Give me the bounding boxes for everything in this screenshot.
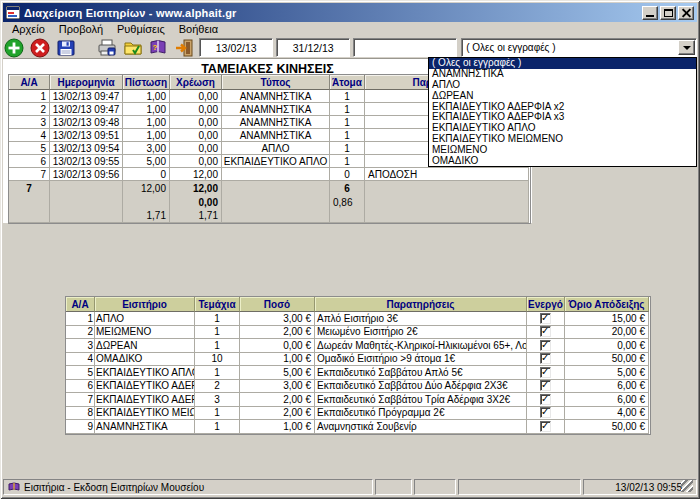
active-checkbox[interactable] [540, 380, 551, 391]
active-checkbox[interactable] [540, 407, 551, 418]
active-checkbox[interactable] [540, 313, 551, 324]
ticket-active-cell [527, 366, 565, 380]
ticket-qty-cell: 1 [195, 420, 240, 434]
grid-cell: 12,00 [170, 168, 222, 181]
ticket-active-cell [527, 353, 565, 367]
grid-cell: 7 [9, 168, 50, 181]
grid-cell: 13/02/13 09:48 [50, 116, 123, 129]
save-icon [56, 38, 76, 58]
ticket-price-cell: 3,00 € [240, 380, 315, 394]
ticket-notes-cell: Απλό Εισιτήριο 3€ [315, 312, 527, 326]
grid-cell: ΑΝΑΜΝΗΣΤΙΚΑ [222, 90, 330, 103]
help-button[interactable]: ? [148, 37, 170, 58]
summary-cell: 0,86 [330, 195, 365, 209]
table-row[interactable]: 5ΕΚΠΑΙΔΕΥΤΙΚΟ ΑΠΛΟ15,00 €Εκπαιδευτικό Σα… [66, 366, 650, 380]
menu-item-4[interactable]: Βοήθεια [172, 22, 225, 37]
summary-row: 712,0012,006 [9, 181, 530, 195]
grid-cell: 0 [330, 168, 365, 181]
close-button[interactable] [678, 6, 694, 20]
summary-cell [50, 195, 123, 209]
grid-cell: 3 [9, 116, 50, 129]
table-row[interactable]: 713/02/13 09:56012,000ΑΠΟΔΟΣΗ [9, 168, 530, 181]
table-row[interactable]: 1ΑΠΛΟ13,00 €Απλό Εισιτήριο 3€15,00 € [66, 312, 650, 326]
menu-item-1[interactable]: Αρχείο [5, 22, 52, 37]
column-header: Ενεργό [527, 297, 565, 312]
minimize-icon [646, 15, 654, 17]
grid-cell: ΕΚΠΑΙΔΕΥΤΙΚΟ ΑΠΛΟ [222, 155, 330, 168]
exit-icon [174, 38, 194, 58]
table-row[interactable]: 3ΔΩΡΕΑΝ10,00 €Δωρεάν Μαθητές-Κληρικοί-Ηλ… [66, 339, 650, 353]
grid-cell: 13/02/13 09:47 [50, 90, 123, 103]
table-row[interactable]: 4ΟΜΑΔΙΚΟ101,00 €Ομαδικό Εισιτήριο >9 άτο… [66, 353, 650, 367]
search-input[interactable] [353, 38, 457, 57]
active-checkbox[interactable] [540, 340, 551, 351]
ticket-notes-cell: Εκπαιδευτικό Σαββάτου Τρία Αδέρφια 3X2€ [315, 393, 527, 407]
menu-item-2[interactable]: Προβολή [52, 22, 110, 37]
date-from-input[interactable] [199, 38, 273, 57]
print-button[interactable] [96, 37, 118, 58]
dropdown-option[interactable]: ΟΜΑΔΙΚΟ [429, 156, 696, 167]
ticket-qty-cell: 1 [195, 366, 240, 380]
grid-cell: 3,00 [123, 142, 170, 155]
active-checkbox[interactable] [540, 353, 551, 364]
table-row[interactable]: 2ΜΕΙΩΜΕΝΟ12,00 €Μειωμένο Εισιτήριο 2€20,… [66, 326, 650, 340]
active-checkbox[interactable] [540, 394, 551, 405]
dropdown-option[interactable]: ΔΩΡΕΑΝ [429, 91, 696, 102]
grid-cell: 4 [9, 129, 50, 142]
folder-button[interactable] [122, 37, 144, 58]
grid-cell: 1,00 [123, 90, 170, 103]
delete-button[interactable] [29, 37, 51, 58]
filter-selected-value: ( Ολες οι εγγραφές ) [462, 42, 677, 53]
add-button[interactable] [3, 37, 25, 58]
active-checkbox[interactable] [540, 326, 551, 337]
resize-grip[interactable] [681, 480, 693, 492]
grid-cell: 13/02/13 09:51 [50, 129, 123, 142]
grid-cell: 13/02/13 09:47 [50, 103, 123, 116]
grid-cell: ΑΝΑΜΝΗΣΤΙΚΑ [222, 129, 330, 142]
column-header: Ποσό [240, 297, 315, 312]
summary-cell: 12,00 [123, 181, 170, 195]
summary-cell: 12,00 [170, 181, 222, 195]
minimize-button[interactable] [642, 6, 658, 20]
summary-cell [9, 209, 50, 223]
grid-cell: 1 [330, 116, 365, 129]
grid-cell: ΑΠΛΟ [222, 142, 330, 155]
ticket-qty-cell: 1 [195, 339, 240, 353]
status-text: Εισιτήρια - Εκδοση Εισιτηρίων Μουσείου [24, 482, 204, 493]
close-icon [682, 9, 691, 17]
add-icon [4, 38, 24, 58]
active-checkbox[interactable] [540, 421, 551, 432]
ticket-name-cell: ΑΠΛΟ [95, 312, 195, 326]
grid-cell: 6 [9, 155, 50, 168]
summary-row: 1,711,71 [9, 209, 530, 223]
menu-item-3[interactable]: Ρυθμίσεις [110, 22, 172, 37]
summary-cell [50, 181, 123, 195]
column-header: Α/Α [66, 297, 95, 312]
chevron-down-icon [683, 46, 691, 50]
dropdown-option[interactable]: ΑΝΑΜΝΗΣΤΙΚΑ [429, 69, 696, 80]
active-checkbox[interactable] [540, 367, 551, 378]
maximize-button[interactable] [660, 6, 676, 20]
filter-dropdown-list: ( Ολες οι εγγραφές )ΑΝΑΜΝΗΣΤΙΚΑΑΠΛΟΔΩΡΕΑ… [428, 57, 697, 167]
combo-dropdown-button[interactable] [678, 40, 695, 55]
ticket-active-cell [527, 326, 565, 340]
ticket-qty-cell: 10 [195, 353, 240, 367]
table-row[interactable]: 6ΕΚΠΑΙΔΕΥΤΙΚΟ ΑΔΕΡΦΙΑ x223,00 €Εκπαιδευτ… [66, 380, 650, 394]
date-to-input[interactable] [276, 38, 350, 57]
app-icon [6, 6, 20, 19]
table-row[interactable]: 9ΑΝΑΜΝΗΣΤΙΚΑ11,00 €Αναμνηστικά Σουβενίρ5… [66, 420, 650, 434]
ticket-notes-cell: Αναμνηστικά Σουβενίρ [315, 420, 527, 434]
save-button[interactable] [55, 37, 77, 58]
ticket-active-cell [527, 407, 565, 421]
table-row[interactable]: 8ΕΚΠΑΙΔΕΥΤΙΚΟ ΜΕΙΩΜΕΝΟ12,00 €Εκπαιδευτικ… [66, 407, 650, 421]
grid-cell: 1,00 [123, 103, 170, 116]
filter-combobox[interactable]: ( Ολες οι εγγραφές ) [461, 38, 697, 57]
table-row[interactable]: 7ΕΚΠΑΙΔΕΥΤΙΚΟ ΑΔΕΡΦΙΑ x332,00 €Εκπαιδευτ… [66, 393, 650, 407]
app-window: Διαχείριση Εισιτηρίων - www.alphait.gr Α… [0, 0, 700, 499]
ticket-aa-cell: 8 [66, 407, 95, 421]
column-header: Εισιτήριο [95, 297, 195, 312]
exit-button[interactable] [173, 37, 195, 58]
grid-cell: ΑΝΑΜΝΗΣΤΙΚΑ [222, 116, 330, 129]
ticket-active-cell [527, 339, 565, 353]
summary-cell [123, 195, 170, 209]
